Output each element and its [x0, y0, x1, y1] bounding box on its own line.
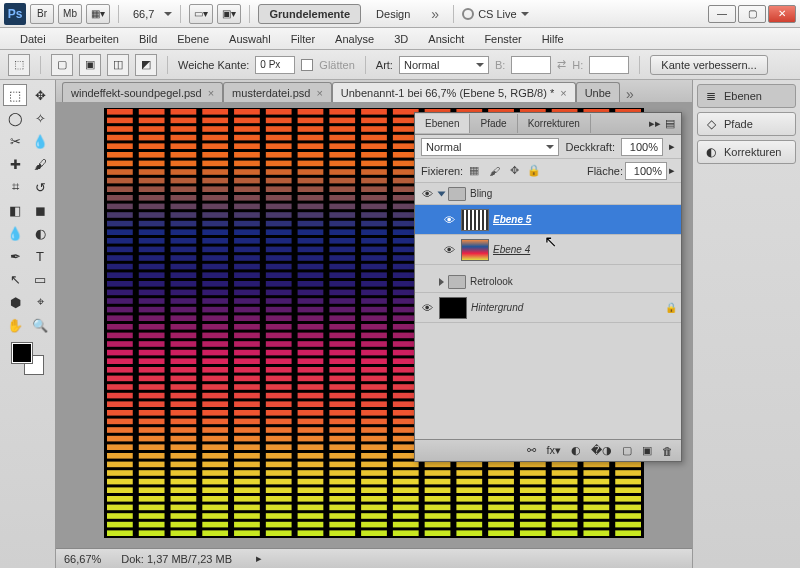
workspace-grundelemente[interactable]: Grundelemente — [258, 4, 361, 24]
layers-tab-korrekturen[interactable]: Korrekturen — [518, 114, 591, 133]
menu-filter[interactable]: Filter — [281, 30, 325, 48]
panel-menu-icon[interactable]: ▤ — [665, 117, 675, 130]
eyedropper-tool[interactable]: 💧 — [28, 130, 52, 152]
bridge-button[interactable]: Br — [30, 4, 54, 24]
blur-tool[interactable]: 💧 — [3, 222, 27, 244]
arrange-button[interactable]: ▭▾ — [189, 4, 213, 24]
panel-collapse-icon[interactable]: ▸▸ — [649, 117, 661, 130]
path-tool[interactable]: ↖ — [3, 268, 27, 290]
shape-tool[interactable]: ▭ — [28, 268, 52, 290]
crop-tool[interactable]: ✂ — [3, 130, 27, 152]
opacity-input[interactable]: 100% — [621, 138, 663, 156]
type-tool[interactable]: T — [28, 245, 52, 267]
visibility-icon[interactable] — [419, 274, 435, 290]
close-icon[interactable]: × — [314, 87, 322, 99]
visibility-icon[interactable]: 👁 — [419, 186, 435, 202]
layer-group-bling[interactable]: 👁 Bling — [415, 183, 681, 205]
disclosure-icon[interactable] — [439, 278, 444, 286]
workspace-more[interactable]: » — [425, 6, 445, 22]
zoom-level[interactable]: 66,7 — [127, 8, 160, 20]
new-layer-icon[interactable]: ▣ — [642, 444, 652, 457]
doc-tab-2[interactable]: musterdatei.psd× — [223, 82, 332, 102]
3dcam-tool[interactable]: ⌖ — [28, 291, 52, 313]
workspace-design[interactable]: Design — [365, 4, 421, 24]
menu-3d[interactable]: 3D — [384, 30, 418, 48]
fx-icon[interactable]: fx▾ — [546, 444, 561, 457]
close-icon[interactable]: × — [558, 87, 566, 99]
fill-input[interactable]: 100% — [625, 162, 667, 180]
sel-new-icon[interactable]: ▢ — [51, 54, 73, 76]
dodge-tool[interactable]: ◐ — [28, 222, 52, 244]
marquee-tool[interactable]: ⬚ — [3, 84, 27, 106]
pen-tool[interactable]: ✒ — [3, 245, 27, 267]
gradient-tool[interactable]: ◼ — [28, 199, 52, 221]
layer-group-retrolook[interactable]: Retrolook — [415, 271, 681, 293]
sel-sub-icon[interactable]: ◫ — [107, 54, 129, 76]
move-tool[interactable]: ✥ — [28, 84, 52, 106]
group-icon[interactable]: ▢ — [622, 444, 632, 457]
layers-tab-ebenen[interactable]: Ebenen — [415, 114, 470, 133]
app-logo[interactable]: Ps — [4, 3, 26, 25]
layer-thumbnail[interactable] — [461, 239, 489, 261]
brush-tool[interactable]: 🖌 — [28, 153, 52, 175]
menu-bearbeiten[interactable]: Bearbeiten — [56, 30, 129, 48]
lock-all-icon[interactable]: 🔒 — [525, 163, 543, 179]
antialias-checkbox[interactable] — [301, 59, 313, 71]
layer-thumbnail[interactable] — [461, 209, 489, 231]
zoom-tool[interactable]: 🔍 — [28, 314, 52, 336]
view-extras-button[interactable]: ▦▾ — [86, 4, 110, 24]
lock-pixels-icon[interactable]: 🖌 — [485, 163, 503, 179]
doc-tab-4[interactable]: Unbe — [576, 82, 620, 102]
menu-auswahl[interactable]: Auswahl — [219, 30, 281, 48]
menu-bild[interactable]: Bild — [129, 30, 167, 48]
color-swatches[interactable] — [12, 343, 44, 375]
mask-icon[interactable]: ◐ — [571, 444, 581, 457]
menu-datei[interactable]: Datei — [10, 30, 56, 48]
maximize-button[interactable]: ▢ — [738, 5, 766, 23]
visibility-icon[interactable]: 👁 — [441, 212, 457, 228]
menu-fenster[interactable]: Fenster — [474, 30, 531, 48]
lock-position-icon[interactable]: ✥ — [505, 163, 523, 179]
refine-edge-button[interactable]: Kante verbessern... — [650, 55, 767, 75]
menu-ansicht[interactable]: Ansicht — [418, 30, 474, 48]
history-brush-tool[interactable]: ↺ — [28, 176, 52, 198]
blend-mode-select[interactable]: Normal — [421, 138, 559, 156]
layer-ebene-5[interactable]: 👁 Ebene 5 — [415, 205, 681, 235]
panel-korrekturen-button[interactable]: ◐Korrekturen — [697, 140, 796, 164]
close-button[interactable]: ✕ — [768, 5, 796, 23]
panel-ebenen-button[interactable]: ≣Ebenen — [697, 84, 796, 108]
visibility-icon[interactable]: 👁 — [441, 242, 457, 258]
tabs-overflow[interactable]: » — [620, 86, 640, 102]
style-select[interactable]: Normal — [399, 56, 489, 74]
status-doc-size[interactable]: Dok: 1,37 MB/7,23 MB — [121, 553, 232, 565]
minimize-button[interactable]: — — [708, 5, 736, 23]
screen-mode-button[interactable]: ▣▾ — [217, 4, 241, 24]
adjustment-icon[interactable]: �◑ — [591, 444, 612, 457]
menu-analyse[interactable]: Analyse — [325, 30, 384, 48]
disclosure-icon[interactable] — [438, 191, 446, 196]
eraser-tool[interactable]: ◧ — [3, 199, 27, 221]
trash-icon[interactable]: 🗑 — [662, 445, 673, 457]
layer-thumbnail[interactable] — [439, 297, 467, 319]
minibridge-button[interactable]: Mb — [58, 4, 82, 24]
hand-tool[interactable]: ✋ — [3, 314, 27, 336]
lock-transparency-icon[interactable]: ▦ — [465, 163, 483, 179]
layer-hintergrund[interactable]: 👁 Hintergrund 🔒 — [415, 293, 681, 323]
menu-ebene[interactable]: Ebene — [167, 30, 219, 48]
close-icon[interactable]: × — [206, 87, 214, 99]
menu-hilfe[interactable]: Hilfe — [532, 30, 574, 48]
feather-input[interactable]: 0 Px — [255, 56, 295, 74]
link-layers-icon[interactable]: ⚯ — [527, 444, 536, 457]
visibility-icon[interactable]: 👁 — [419, 300, 435, 316]
status-zoom[interactable]: 66,67% — [64, 553, 101, 565]
cslive-button[interactable]: CS Live — [462, 8, 529, 20]
stamp-tool[interactable]: ⌗ — [3, 176, 27, 198]
sel-intersect-icon[interactable]: ◩ — [135, 54, 157, 76]
3d-tool[interactable]: ⬢ — [3, 291, 27, 313]
layers-tab-pfade[interactable]: Pfade — [470, 114, 517, 133]
heal-tool[interactable]: ✚ — [3, 153, 27, 175]
panel-pfade-button[interactable]: ◇Pfade — [697, 112, 796, 136]
layer-ebene-4[interactable]: 👁 Ebene 4 — [415, 235, 681, 265]
sel-add-icon[interactable]: ▣ — [79, 54, 101, 76]
wand-tool[interactable]: ✧ — [28, 107, 52, 129]
